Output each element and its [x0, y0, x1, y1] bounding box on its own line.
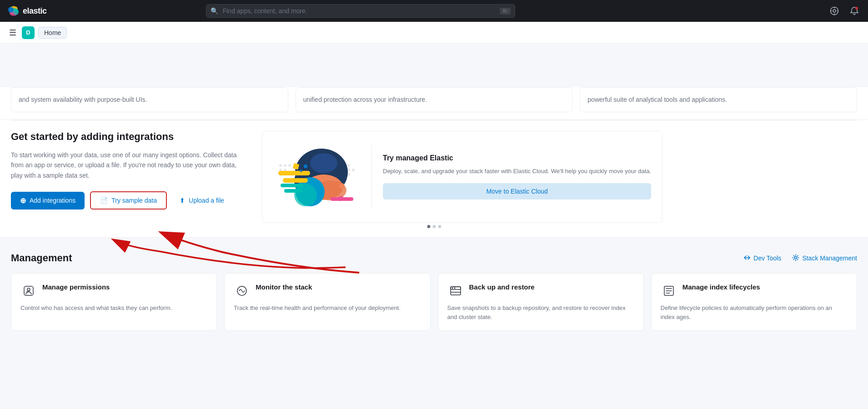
- add-integrations-button[interactable]: ⊕ Add integrations: [11, 192, 85, 209]
- nav-icons: [828, 5, 861, 17]
- backup-icon: [447, 283, 464, 299]
- index-lifecycle-card: Manage index lifecycles Define lifecycle…: [651, 273, 857, 331]
- top-card-2: unified protection across your infrastru…: [296, 87, 573, 112]
- svg-point-41: [300, 170, 302, 172]
- elastic-logo-icon: [7, 5, 20, 17]
- index-lifecycle-title: Manage index lifecycles: [682, 283, 760, 292]
- svg-point-40: [304, 165, 307, 168]
- permissions-title: Manage permissions: [42, 283, 110, 292]
- top-card-1: and system availability with purpose-bui…: [11, 87, 288, 112]
- management-header: Management Dev Tools: [11, 252, 857, 264]
- logo-text: elastic: [23, 6, 47, 16]
- manage-permissions-card: Manage permissions Control who has acces…: [11, 273, 217, 331]
- upload-icon: ⬆: [180, 197, 185, 204]
- svg-point-50: [452, 288, 453, 289]
- index-lifecycle-description: Define lifecycle policies to automatical…: [661, 304, 848, 321]
- top-card-3: powerful suite of analytical tools and a…: [580, 87, 857, 112]
- home-tab-button[interactable]: Home: [38, 27, 67, 39]
- try-sample-data-button[interactable]: 📄 Try sample data: [90, 191, 167, 209]
- svg-point-3: [8, 7, 14, 12]
- management-links: Dev Tools Stack Management: [743, 254, 857, 263]
- search-icon: 🔍: [211, 7, 218, 15]
- svg-point-12: [279, 164, 282, 167]
- management-heading: Management: [11, 252, 72, 264]
- integrations-left-panel: Get started by adding integrations To st…: [11, 131, 247, 209]
- svg-rect-34: [281, 184, 303, 187]
- hamburger-menu-button[interactable]: ☰: [7, 26, 18, 40]
- help-icon-button[interactable]: [828, 5, 841, 17]
- svg-point-22: [352, 169, 355, 171]
- elastic-logo: elastic: [7, 5, 47, 17]
- search-shortcut: ⌘/: [500, 8, 511, 15]
- index-lifecycle-icon: [661, 283, 677, 299]
- svg-point-39: [339, 183, 345, 189]
- integrations-right-panel: Try managed Elastic Deploy, scale, and u…: [262, 131, 662, 223]
- user-avatar-button[interactable]: D: [22, 26, 35, 39]
- document-icon: 📄: [100, 197, 108, 204]
- try-managed-description: Deploy, scale, and upgrade your stack fa…: [383, 167, 651, 176]
- dev-tools-icon: [743, 254, 751, 263]
- try-managed-panel: Try managed Elastic Deploy, scale, and u…: [371, 145, 662, 209]
- svg-rect-33: [283, 178, 308, 183]
- svg-point-51: [454, 288, 455, 289]
- integrations-heading: Get started by adding integrations: [11, 131, 247, 143]
- svg-point-19: [347, 164, 350, 167]
- top-cards-strip: and system availability with purpose-bui…: [0, 87, 868, 120]
- svg-point-27: [310, 153, 337, 173]
- search-bar: 🔍 ⌘/: [206, 4, 515, 18]
- svg-rect-32: [278, 171, 310, 175]
- management-cards: Manage permissions Control who has acces…: [11, 273, 857, 331]
- monitor-stack-card: Monitor the stack Track the real-time he…: [224, 273, 430, 331]
- stack-management-link[interactable]: Stack Management: [792, 254, 857, 263]
- move-to-elastic-cloud-button[interactable]: Move to Elastic Cloud: [383, 183, 651, 200]
- notifications-icon-button[interactable]: [848, 5, 861, 17]
- management-section: Management Dev Tools: [0, 238, 868, 342]
- permissions-icon: [20, 283, 37, 299]
- backup-restore-card: Back up and restore Save snapshots to a …: [438, 273, 644, 331]
- svg-rect-35: [284, 189, 302, 193]
- integrations-buttons: ⊕ Add integrations 📄 Try sample data ⬆ U…: [11, 191, 247, 209]
- main-content: and system availability with purpose-bui…: [0, 87, 868, 342]
- svg-point-13: [284, 164, 286, 167]
- gear-icon: [792, 254, 799, 263]
- svg-rect-38: [338, 196, 344, 201]
- top-navigation: elastic 🔍 ⌘/: [0, 0, 868, 22]
- search-input[interactable]: [206, 4, 515, 18]
- dev-tools-link[interactable]: Dev Tools: [743, 254, 781, 263]
- plus-icon: ⊕: [20, 196, 26, 205]
- monitor-icon: [234, 283, 250, 299]
- backup-title: Back up and restore: [469, 283, 535, 292]
- monitor-description: Track the real-time health and performan…: [234, 304, 421, 313]
- backup-description: Save snapshots to a backup repository, a…: [447, 304, 634, 321]
- cloud-illustration: [262, 131, 371, 222]
- permissions-description: Control who has access and what tasks th…: [20, 304, 207, 313]
- integrations-description: To start working with your data, use one…: [11, 150, 247, 180]
- monitor-title: Monitor the stack: [256, 283, 312, 292]
- try-managed-heading: Try managed Elastic: [383, 154, 651, 162]
- svg-point-6: [833, 10, 836, 12]
- upload-file-button[interactable]: ⬆ Upload a file: [172, 192, 231, 209]
- svg-point-4: [13, 10, 19, 15]
- secondary-navigation: ☰ D Home: [0, 22, 868, 44]
- svg-point-43: [795, 256, 797, 259]
- svg-point-11: [855, 7, 858, 10]
- svg-point-14: [288, 164, 291, 167]
